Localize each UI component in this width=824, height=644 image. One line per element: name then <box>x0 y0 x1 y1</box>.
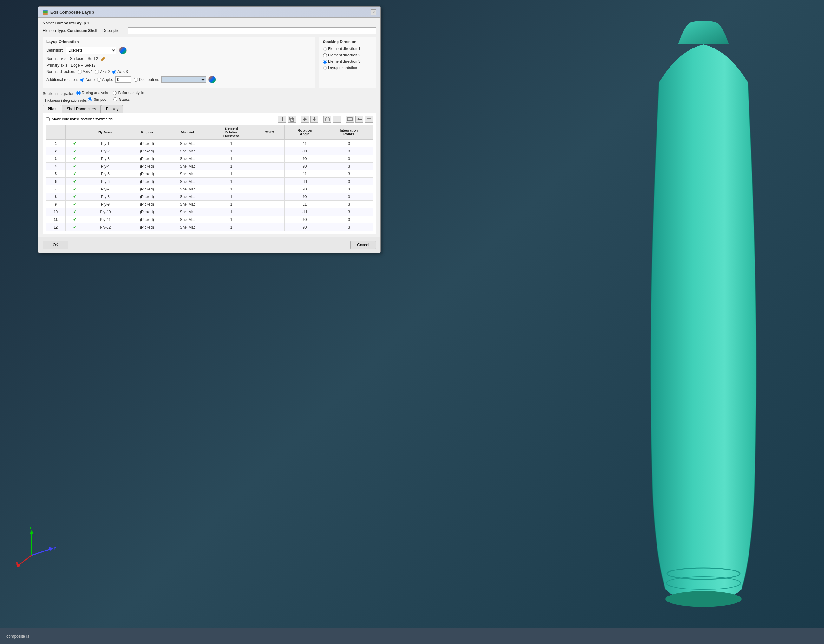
tab-plies[interactable]: Plies <box>43 105 61 113</box>
tool-btn-1[interactable] <box>346 116 354 123</box>
delete2-btn[interactable] <box>333 116 341 123</box>
primary-axis-row: Primary axis: Edge -- Set-17 <box>46 63 312 67</box>
tool-btn-3[interactable] <box>365 116 373 123</box>
plies-table: Ply Name Region Material ElementRelative… <box>46 124 373 231</box>
symmetric-checkbox[interactable] <box>46 117 50 121</box>
row-num-6: 6 <box>46 178 66 186</box>
gauss-option[interactable]: Gauss <box>113 97 130 102</box>
additional-rotation-row: Additional rotation: None Angle: Distrib… <box>46 76 312 83</box>
delete-btn[interactable] <box>323 116 331 123</box>
row-rotation-1[interactable]: 11 <box>285 140 325 147</box>
axis3-option[interactable]: Axis 3 <box>112 69 128 74</box>
copy-ply-btn[interactable] <box>287 116 296 123</box>
distribution-select[interactable] <box>161 77 206 83</box>
ok-button[interactable]: OK <box>43 241 68 250</box>
cancel-button[interactable]: Cancel <box>351 241 376 250</box>
table-row[interactable]: 9 ✔ Ply-9 (Picked) ShellMat 1 11 3 <box>46 201 373 208</box>
distribution-color-btn[interactable] <box>208 76 216 83</box>
symmetric-check: Make calculated sections symmetric <box>46 117 112 121</box>
axis2-option[interactable]: Axis 2 <box>95 69 111 74</box>
simpson-option[interactable]: Simpson <box>88 97 109 102</box>
angle-input[interactable] <box>115 77 131 83</box>
row-rotation-2[interactable]: -11 <box>285 147 325 155</box>
name-value: CompositeLayup-1 <box>55 21 89 25</box>
layup-orientation-title: Layup Orientation <box>46 40 312 44</box>
table-row[interactable]: 11 ✔ Ply-11 (Picked) ShellMat 1 90 3 <box>46 216 373 224</box>
layup-orientation-option[interactable]: Layup orientation <box>323 66 357 70</box>
svg-rect-18 <box>291 118 294 121</box>
svg-point-0 <box>666 591 741 607</box>
row-ply-name-7[interactable]: Ply-7 <box>84 186 127 193</box>
row-check-12: ✔ <box>66 224 84 231</box>
table-row[interactable]: 12 ✔ Ply-12 (Picked) ShellMat 1 90 3 <box>46 224 373 231</box>
close-button[interactable]: × <box>371 9 377 15</box>
row-thickness-8: 1 <box>208 193 254 201</box>
plies-toolbar: Make calculated sections symmetric <box>46 116 373 123</box>
row-ply-name-10[interactable]: Ply-10 <box>84 208 127 216</box>
row-ply-name-9[interactable]: Ply-9 <box>84 201 127 208</box>
rotation-distribution-option[interactable]: Distribution: <box>134 77 159 82</box>
table-row[interactable]: 7 ✔ Ply-7 (Picked) ShellMat 1 90 3 <box>46 186 373 193</box>
normal-axis-value: Surface -- Surf-2 <box>70 57 98 61</box>
table-row[interactable]: 6 ✔ Ply-6 (Picked) ShellMat 1 -11 3 <box>46 178 373 186</box>
row-thickness-9: 1 <box>208 201 254 208</box>
row-rotation-9[interactable]: 11 <box>285 201 325 208</box>
row-region-1: (Picked) <box>127 140 167 147</box>
row-ply-name-8[interactable]: Ply-8 <box>84 193 127 201</box>
row-rotation-8[interactable]: 90 <box>285 193 325 201</box>
table-row[interactable]: 10 ✔ Ply-10 (Picked) ShellMat 1 -11 3 <box>46 208 373 216</box>
row-integration-6: 3 <box>325 178 373 186</box>
table-row[interactable]: 3 ✔ Ply-3 (Picked) ShellMat 1 90 3 <box>46 155 373 163</box>
table-header-row: Ply Name Region Material ElementRelative… <box>46 125 373 140</box>
row-ply-name-11[interactable]: Ply-11 <box>84 216 127 224</box>
row-check-8: ✔ <box>66 193 84 201</box>
row-rotation-4[interactable]: 90 <box>285 163 325 170</box>
row-rotation-10[interactable]: -11 <box>285 208 325 216</box>
table-row[interactable]: 4 ✔ Ply-4 (Picked) ShellMat 1 90 3 <box>46 163 373 170</box>
tabs-container: Plies Shell Parameters Display Make calc… <box>43 105 376 234</box>
table-row[interactable]: 1 ✔ Ply-1 (Picked) ShellMat 1 11 3 <box>46 140 373 147</box>
before-analysis-option[interactable]: Before analysis <box>112 90 144 95</box>
row-num-5: 5 <box>46 170 66 178</box>
table-row[interactable]: 8 ✔ Ply-8 (Picked) ShellMat 1 90 3 <box>46 193 373 201</box>
add-ply-btn[interactable] <box>278 116 286 123</box>
row-ply-name-2[interactable]: Ply-2 <box>84 147 127 155</box>
table-row[interactable]: 5 ✔ Ply-5 (Picked) ShellMat 1 11 3 <box>46 170 373 178</box>
elem-dir1-option[interactable]: Element direction 1 <box>323 47 361 51</box>
row-rotation-5[interactable]: 11 <box>285 170 325 178</box>
elem-dir3-option[interactable]: Element direction 3 <box>323 59 361 64</box>
row-ply-name-5[interactable]: Ply-5 <box>84 170 127 178</box>
row-rotation-7[interactable]: 90 <box>285 186 325 193</box>
row-rotation-6[interactable]: -11 <box>285 178 325 186</box>
tab-shell-parameters[interactable]: Shell Parameters <box>62 105 100 113</box>
during-analysis-option[interactable]: During analysis <box>77 90 108 95</box>
row-integration-9: 3 <box>325 201 373 208</box>
row-ply-name-3[interactable]: Ply-3 <box>84 155 127 163</box>
row-ply-name-6[interactable]: Ply-6 <box>84 178 127 186</box>
rotation-angle-option[interactable]: Angle: <box>97 77 113 82</box>
dialog-footer: OK Cancel <box>38 237 380 253</box>
edit-icon[interactable] <box>100 56 106 61</box>
elem-dir2-option[interactable]: Element direction 2 <box>323 53 361 57</box>
row-ply-name-4[interactable]: Ply-4 <box>84 163 127 170</box>
row-ply-name-12[interactable]: Ply-12 <box>84 224 127 231</box>
move-down-btn[interactable] <box>310 116 318 123</box>
description-input[interactable] <box>128 27 376 34</box>
row-rotation-11[interactable]: 90 <box>285 216 325 224</box>
normal-direction-radios: Axis 1 Axis 2 Axis 3 <box>78 69 128 74</box>
tab-display[interactable]: Display <box>101 105 123 113</box>
move-up-btn[interactable] <box>301 116 309 123</box>
row-material-7: ShellMat <box>167 186 208 193</box>
row-integration-3: 3 <box>325 155 373 163</box>
row-rotation-3[interactable]: 90 <box>285 155 325 163</box>
tool-btn-2[interactable] <box>355 116 363 123</box>
col-num <box>46 125 66 140</box>
definition-select[interactable]: Discrete <box>66 47 117 54</box>
table-row[interactable]: 2 ✔ Ply-2 (Picked) ShellMat 1 -11 3 <box>46 147 373 155</box>
row-ply-name-1[interactable]: Ply-1 <box>84 140 127 147</box>
color-picker-btn[interactable] <box>119 47 126 54</box>
rotation-none-option[interactable]: None <box>80 77 95 82</box>
axis1-option[interactable]: Axis 1 <box>78 69 93 74</box>
row-integration-12: 3 <box>325 224 373 231</box>
row-rotation-12[interactable]: 90 <box>285 224 325 231</box>
